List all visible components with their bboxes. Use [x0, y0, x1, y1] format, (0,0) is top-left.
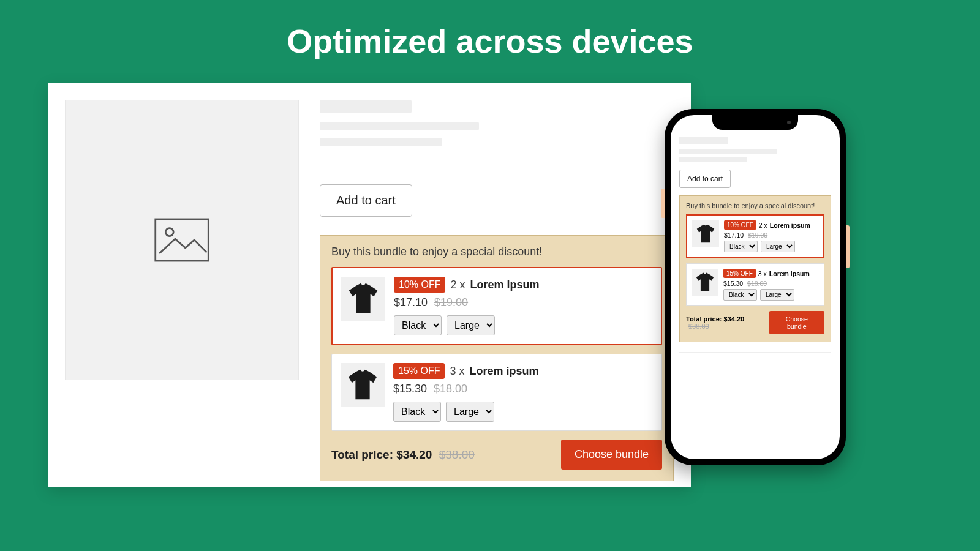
bundle-price: $15.30: [723, 280, 743, 287]
mobile-preview-device: Add to cart Buy this bundle to enjoy a s…: [665, 109, 846, 465]
discount-badge: 15% OFF: [723, 269, 756, 278]
total-price-label: Total price:: [331, 448, 393, 461]
color-select[interactable]: Black: [723, 289, 757, 301]
image-placeholder-icon: [154, 217, 210, 263]
size-select[interactable]: Large: [447, 315, 495, 335]
color-select[interactable]: Black: [724, 241, 758, 252]
total-price: $34.20: [396, 448, 432, 461]
total-price-label: Total price:: [686, 315, 722, 323]
bundle-old-price: $19.00: [748, 231, 767, 239]
bundle-option-1[interactable]: 10% OFF 2 x Lorem ipsum $17.10 $19.00 Bl…: [331, 267, 662, 345]
bundle-price: $15.30: [393, 383, 427, 395]
phone-notch-icon: [712, 115, 798, 130]
product-name: Lorem ipsum: [470, 279, 539, 291]
discount-badge: 10% OFF: [394, 277, 445, 293]
choose-bundle-button[interactable]: Choose bundle: [561, 440, 662, 470]
bundle-offer-box: Buy this bundle to enjoy a special disco…: [320, 235, 674, 481]
product-name: Lorem ipsum: [770, 222, 810, 229]
color-select[interactable]: Black: [393, 402, 441, 422]
product-image-placeholder: [65, 100, 299, 380]
skeleton-line: [679, 149, 777, 154]
bundle-option-1[interactable]: 10% OFF 2 x Lorem ipsum $17.10 $19.00 Bl…: [686, 214, 824, 258]
skeleton-line: [320, 138, 442, 146]
color-select[interactable]: Black: [394, 315, 442, 335]
bundle-footer: Total price: $34.20 $38.00 Choose bundle: [331, 440, 662, 470]
product-name: Lorem ipsum: [769, 270, 810, 277]
bundle-heading: Buy this bundle to enjoy a special disco…: [331, 246, 662, 258]
bundle-card-body: 15% OFF 3 x Lorem ipsum $15.30 $18.00 Bl…: [393, 363, 539, 422]
page-headline: Optimized across devices: [0, 0, 980, 60]
svg-point-1: [165, 228, 173, 236]
bundle-old-price: $18.00: [434, 383, 467, 395]
divider: [679, 352, 831, 353]
bundle-old-price: $19.00: [434, 296, 468, 309]
size-select[interactable]: Large: [760, 289, 794, 301]
svg-rect-0: [156, 219, 208, 261]
bundle-option-2[interactable]: 15% OFF 3 x Lorem ipsum $15.30 $18.00 Bl…: [686, 263, 824, 306]
product-name: Lorem ipsum: [469, 365, 538, 378]
skeleton-title: [320, 100, 412, 113]
discount-badge: 10% OFF: [724, 220, 756, 230]
quantity-text: 2 x: [759, 222, 767, 229]
add-to-cart-button[interactable]: Add to cart: [320, 184, 412, 217]
product-thumb: [341, 277, 385, 321]
choose-bundle-button[interactable]: Choose bundle: [769, 311, 824, 334]
bundle-price: $17.10: [724, 231, 744, 239]
total-old-price: $38.00: [688, 323, 709, 330]
product-thumb: [692, 220, 719, 247]
quantity-text: 3 x: [450, 365, 464, 378]
product-thumb: [341, 363, 385, 407]
skeleton-line: [320, 122, 479, 130]
add-to-cart-button[interactable]: Add to cart: [679, 170, 731, 188]
quantity-text: 2 x: [450, 279, 465, 291]
skeleton-title: [679, 137, 728, 144]
bundle-heading: Buy this bundle to enjoy a special disco…: [686, 202, 824, 209]
bundle-card-body: 10% OFF 2 x Lorem ipsum $17.10 $19.00 Bl…: [394, 277, 540, 335]
bundle-old-price: $18.00: [747, 280, 767, 287]
skeleton-line: [679, 157, 747, 162]
discount-badge: 15% OFF: [393, 363, 445, 379]
product-thumb: [692, 269, 718, 296]
size-select[interactable]: Large: [446, 402, 494, 422]
bundle-offer-box: Buy this bundle to enjoy a special disco…: [679, 195, 831, 342]
size-select[interactable]: Large: [761, 241, 795, 252]
bundle-option-2[interactable]: 15% OFF 3 x Lorem ipsum $15.30 $18.00 Bl…: [331, 354, 662, 431]
product-details-column: Add to cart Buy this bundle to enjoy a s…: [320, 100, 674, 470]
quantity-text: 3 x: [758, 270, 767, 277]
mobile-preview-content: Add to cart Buy this bundle to enjoy a s…: [671, 115, 840, 361]
total-price: $34.20: [724, 315, 745, 323]
bundle-price: $17.10: [394, 296, 428, 309]
total-old-price: $38.00: [439, 448, 475, 461]
desktop-preview: Add to cart Buy this bundle to enjoy a s…: [48, 83, 691, 487]
